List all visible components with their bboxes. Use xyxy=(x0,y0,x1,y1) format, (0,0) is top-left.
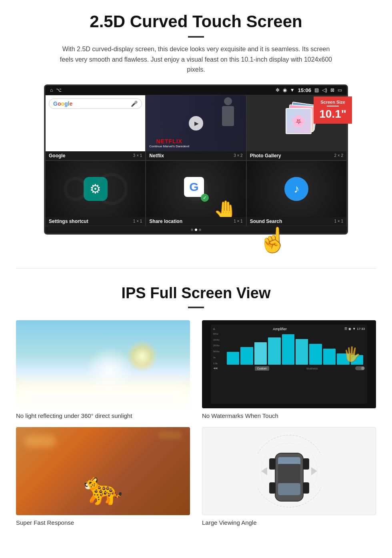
amp-bar-5[interactable] xyxy=(282,334,294,365)
watermark-caption: No Watermarks When Touch xyxy=(202,412,376,419)
screen-size-badge: Screen Size 10.1" xyxy=(314,96,352,124)
sunlight-image xyxy=(16,320,190,408)
device-wrapper: Screen Size 10.1" ⌂ ⌥ ✻ ◉ ▼ 15:06 ▨ ◁) ⊠ xyxy=(44,84,348,235)
badge-size: 10.1" xyxy=(319,108,346,120)
cheetah-caption: Super Fast Response xyxy=(16,519,190,526)
share-app-name: Share location xyxy=(149,219,182,224)
amp-left-labels: 60hz100hz200hz500hz1k2.5k xyxy=(213,333,225,365)
amp-icons: ☰ ◉ ▼ 17:33 xyxy=(344,327,365,331)
section2-title: IPS Full Screen View xyxy=(16,285,376,302)
amp-bar-4[interactable] xyxy=(268,337,280,365)
settings-label-row: Settings shortcut 1 × 1 xyxy=(46,217,145,226)
settings-bg xyxy=(46,161,145,217)
gallery-stack: 🌸 xyxy=(276,103,316,143)
amp-loudness-toggle[interactable] xyxy=(355,366,365,370)
app-cell-share[interactable]: G ✓ 🤚 Share location 1 × 1 xyxy=(146,161,246,226)
feature-car: Large Viewing Angle xyxy=(202,427,376,526)
bluetooth-icon: ✻ xyxy=(276,87,280,93)
app-grid-row1: Google 🎤 Google 3 × 1 xyxy=(45,95,347,161)
app-cell-netflix[interactable]: ▶ NETFLIX Continue Marvel's Daredevil Ne… xyxy=(146,95,246,161)
netflix-subtitle: Continue Marvel's Daredevil xyxy=(149,145,189,148)
status-bar-right: ✻ ◉ ▼ 15:06 ▨ ◁) ⊠ ▭ xyxy=(276,87,342,93)
sound-app-inner: ♪ xyxy=(247,161,346,217)
amp-bar-8[interactable] xyxy=(323,349,336,365)
status-bar-left: ⌂ ⌥ xyxy=(50,87,62,93)
wifi-icon: ▼ xyxy=(290,87,295,93)
share-app-inner: G ✓ 🤚 xyxy=(146,161,246,217)
section2-underline xyxy=(188,307,204,308)
amp-bar-3[interactable] xyxy=(254,342,267,365)
title-underline xyxy=(188,36,204,38)
sunlight-caption: No light reflecting under 360° direct su… xyxy=(16,412,190,419)
share-app-size: 1 × 1 xyxy=(234,219,243,223)
netflix-play-button[interactable]: ▶ xyxy=(189,116,203,130)
netflix-app-size: 3 × 2 xyxy=(234,153,243,158)
amp-header: ⌂ Amplifier ☰ ◉ ▼ 17:33 xyxy=(213,327,365,331)
amp-bar-6[interactable] xyxy=(296,339,308,365)
gallery-card-1: 🌸 xyxy=(286,108,312,134)
hand-on-bars-icon: 🖐 xyxy=(343,346,361,363)
netflix-branding: NETFLIX Continue Marvel's Daredevil xyxy=(149,138,189,148)
share-label-row: Share location 1 × 1 xyxy=(146,217,246,226)
app-cell-settings[interactable]: ⚙ Settings shortcut 1 × 1 xyxy=(45,161,146,226)
close-icon[interactable]: ⊠ xyxy=(330,87,334,93)
car-top-view-svg xyxy=(257,431,321,511)
status-time: 15:06 xyxy=(298,87,311,93)
camera-icon[interactable]: ▨ xyxy=(314,87,319,93)
amp-eq-area: 🖐 xyxy=(225,333,365,365)
settings-app-size: 1 × 1 xyxy=(133,219,142,223)
netflix-logo-text: NETFLIX xyxy=(149,138,189,145)
amp-prev-icon[interactable]: ◀◀ xyxy=(213,367,217,370)
settings-app-name: Settings shortcut xyxy=(49,219,88,224)
svg-rect-6 xyxy=(269,458,276,470)
google-mic-icon[interactable]: 🎤 xyxy=(131,100,138,107)
badge-underline xyxy=(327,106,339,106)
car-image xyxy=(202,427,376,515)
cheetah-cloud xyxy=(158,431,182,439)
amp-time: 17:33 xyxy=(357,327,365,331)
amp-bar-7[interactable] xyxy=(309,344,322,365)
volume-icon[interactable]: ◁) xyxy=(322,87,327,93)
sound-app-size: 1 × 1 xyxy=(334,219,343,223)
google-logo: Google xyxy=(53,100,72,107)
netflix-app-inner: ▶ NETFLIX Continue Marvel's Daredevil xyxy=(146,95,246,151)
amp-custom-button[interactable]: Custom xyxy=(255,366,269,371)
google-label-row: Google 3 × 1 xyxy=(46,151,145,160)
netflix-app-name: Netflix xyxy=(149,153,164,159)
status-bar: ⌂ ⌥ ✻ ◉ ▼ 15:06 ▨ ◁) ⊠ ▭ xyxy=(45,86,347,95)
sound-bg xyxy=(247,161,346,217)
google-app-inner: Google 🎤 xyxy=(46,95,145,151)
settings-app-inner: ⚙ xyxy=(46,161,145,217)
google-app-name: Google xyxy=(49,153,65,159)
sound-label-row: Sound Search 1 × 1 xyxy=(247,217,346,226)
gallery-app-size: 2 × 2 xyxy=(334,153,343,158)
google-app-size: 3 × 1 xyxy=(133,153,142,158)
app-grid-row2: ⚙ Settings shortcut 1 × 1 xyxy=(45,161,347,226)
share-icon: G ✓ xyxy=(184,177,208,201)
gallery-label-row: Photo Gallery 2 × 2 xyxy=(247,151,346,160)
location-icon: ◉ xyxy=(283,87,287,93)
app-cell-sound[interactable]: ♪ Sound Search 1 × 1 xyxy=(246,161,347,226)
sun-center xyxy=(86,347,134,395)
netflix-figure xyxy=(222,97,234,126)
cheetah-image: 🐆 xyxy=(16,427,190,515)
svg-rect-8 xyxy=(269,482,276,494)
amp-content: 60hz100hz200hz500hz1k2.5k xyxy=(213,333,365,365)
amp-footer: ◀◀ Custom loudness xyxy=(213,366,365,371)
cloud-decoration xyxy=(24,435,56,447)
google-search-bar[interactable]: Google 🎤 xyxy=(49,98,142,109)
app-cell-google[interactable]: Google 🎤 Google 3 × 1 xyxy=(45,95,146,161)
amp-bar-1[interactable] xyxy=(227,352,239,365)
amplifier-image: ⌂ Amplifier ☰ ◉ ▼ 17:33 60hz100hz200hz50… xyxy=(202,320,376,408)
sound-app-name: Sound Search xyxy=(250,219,282,224)
svg-rect-9 xyxy=(303,482,309,494)
window-icon[interactable]: ▭ xyxy=(338,87,342,93)
home-icon[interactable]: ⌂ xyxy=(50,87,53,93)
amp-home-icon: ⌂ xyxy=(213,327,215,331)
amp-bar-2[interactable] xyxy=(240,347,253,365)
netflix-label-row: Netflix 3 × 2 xyxy=(146,151,246,160)
section1-title: 2.5D Curved Touch Screen xyxy=(24,12,368,31)
cheetah-emoji: 🐆 xyxy=(83,470,123,507)
badge-label: Screen Size xyxy=(319,100,346,104)
device-screen: ⌂ ⌥ ✻ ◉ ▼ 15:06 ▨ ◁) ⊠ ▭ xyxy=(44,84,348,235)
